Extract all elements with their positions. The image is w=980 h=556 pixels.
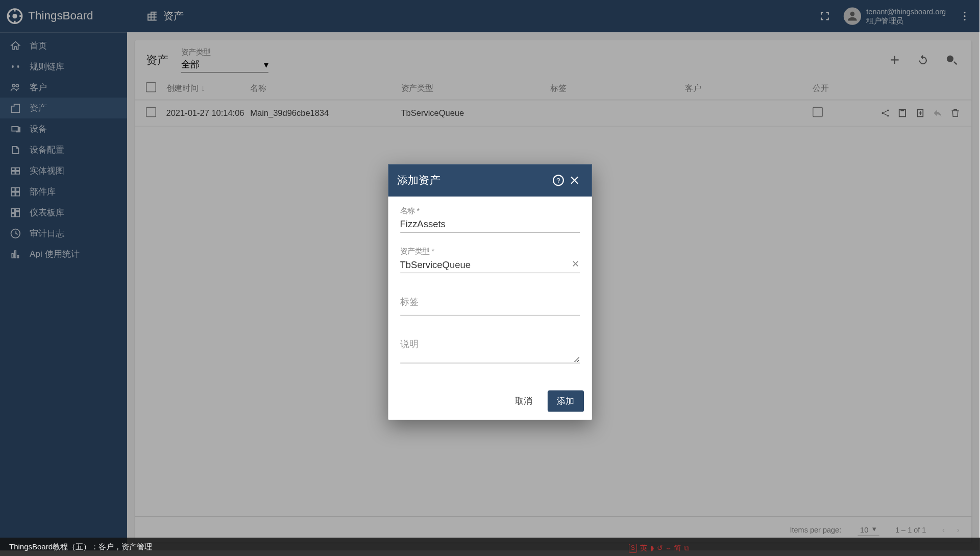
- dialog-overlay: 添加资产 ? 名称 * 资产类型 * ✕: [0, 0, 979, 550]
- clear-type-button[interactable]: ✕: [572, 258, 580, 269]
- type-field[interactable]: [400, 256, 580, 273]
- cancel-button[interactable]: 取消: [507, 390, 541, 412]
- name-field-label: 名称 *: [400, 206, 580, 216]
- dialog-title: 添加资产: [397, 173, 440, 187]
- desc-field-label: 说明: [400, 339, 580, 351]
- type-field-label: 资产类型 *: [400, 246, 580, 256]
- caption-text: ThingsBoard教程（五）：客户，资产管理: [9, 542, 152, 552]
- label-field-label: 标签: [400, 296, 580, 308]
- name-field[interactable]: [400, 216, 580, 233]
- caption-bar: ThingsBoard教程（五）：客户，资产管理: [0, 538, 980, 556]
- add-asset-dialog: 添加资产 ? 名称 * 资产类型 * ✕: [388, 164, 592, 420]
- add-confirm-button[interactable]: 添加: [547, 390, 583, 412]
- close-icon[interactable]: [566, 172, 582, 188]
- help-icon[interactable]: ?: [550, 172, 566, 188]
- ime-indicator: S 英 ◗↺⌣ 简 ⧉: [629, 544, 689, 553]
- svg-text:?: ?: [556, 177, 560, 184]
